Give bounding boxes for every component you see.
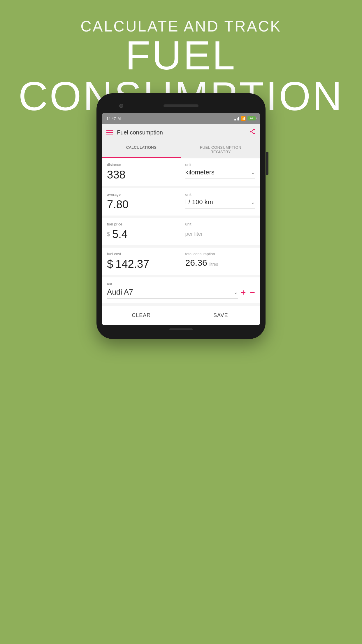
average-value[interactable]: 7.80 bbox=[107, 198, 177, 211]
average-section: average 7.80 unit l / 100 km ⌄ bbox=[102, 188, 260, 216]
fuel-price-field-group: fuel price $ 5.4 bbox=[107, 222, 177, 241]
average-unit-select[interactable]: l / 100 km ⌄ bbox=[185, 198, 255, 209]
speaker bbox=[164, 104, 198, 107]
total-consumption-value: 26.36 litres bbox=[185, 258, 255, 268]
car-select[interactable]: Audi A7 ⌄ bbox=[107, 288, 238, 299]
phone-top bbox=[102, 99, 260, 113]
bottom-buttons: CLEAR SAVE bbox=[102, 306, 260, 325]
distance-value[interactable]: 338 bbox=[107, 169, 177, 181]
tab-registry[interactable]: FUEL CONSUMPTION REGISTRY bbox=[181, 141, 260, 158]
tab-calculations[interactable]: CALCULATIONS bbox=[102, 141, 181, 158]
remove-car-button[interactable]: − bbox=[250, 288, 255, 297]
total-consumption-group: total consumption 26.36 litres bbox=[185, 252, 255, 270]
fuel-price-unit-group: unit per liter bbox=[185, 222, 255, 241]
chevron-down-icon: ⌄ bbox=[251, 169, 255, 176]
phone-screen: 14:47 M ··· 📶 96 bbox=[102, 113, 260, 325]
average-unit-label: unit bbox=[185, 192, 255, 197]
camera bbox=[119, 104, 123, 108]
clear-button[interactable]: CLEAR bbox=[102, 306, 181, 325]
fuel-price-unit-value: per liter bbox=[185, 231, 203, 237]
screen-content: distance 338 unit kilometers ⌄ bbox=[102, 158, 260, 325]
distance-label: distance bbox=[107, 162, 177, 167]
status-mail-icon: M bbox=[118, 116, 121, 121]
total-consumption-label: total consumption bbox=[185, 252, 255, 256]
home-bar bbox=[169, 328, 193, 330]
average-unit-group: unit l / 100 km ⌄ bbox=[185, 192, 255, 211]
fuel-price-value[interactable]: $ 5.4 bbox=[107, 228, 177, 241]
car-section: car Audi A7 ⌄ + − bbox=[102, 277, 260, 303]
fuel-price-section: fuel price $ 5.4 unit per liter bbox=[102, 218, 260, 245]
distance-unit-group: unit kilometers ⌄ bbox=[185, 162, 255, 181]
results-section: fuel cost $ 142.37 total consumption 26.… bbox=[102, 248, 260, 275]
save-button[interactable]: SAVE bbox=[181, 306, 261, 325]
app-title: Fuel consumption bbox=[117, 129, 163, 136]
phone-bottom bbox=[102, 325, 260, 334]
wifi-icon: 📶 bbox=[241, 116, 246, 121]
hamburger-menu-icon[interactable] bbox=[106, 130, 113, 134]
tabs: CALCULATIONS FUEL CONSUMPTION REGISTRY bbox=[102, 141, 260, 158]
status-dots: ··· bbox=[122, 116, 126, 121]
chevron-down-icon-3: ⌄ bbox=[233, 289, 238, 295]
chevron-down-icon-2: ⌄ bbox=[251, 199, 255, 205]
distance-unit-label: unit bbox=[185, 162, 255, 167]
fuel-price-label: fuel price bbox=[107, 222, 177, 226]
distance-unit-select[interactable]: kilometers ⌄ bbox=[185, 169, 255, 179]
fuel-cost-label: fuel cost bbox=[107, 252, 177, 256]
fuel-price-unit-label: unit bbox=[185, 222, 255, 226]
share-icon[interactable] bbox=[249, 128, 256, 136]
car-label: car bbox=[107, 281, 255, 286]
add-car-button[interactable]: + bbox=[241, 288, 246, 297]
distance-field-group: distance 338 bbox=[107, 162, 177, 181]
promo-subtitle: CALCULATE AND TRACK bbox=[0, 18, 362, 35]
fuel-cost-group: fuel cost $ 142.37 bbox=[107, 252, 177, 270]
app-bar: Fuel consumption bbox=[102, 124, 260, 141]
status-time: 14:47 bbox=[106, 116, 116, 121]
average-label: average bbox=[107, 192, 177, 197]
signal-icon bbox=[234, 116, 239, 120]
distance-section: distance 338 unit kilometers ⌄ bbox=[102, 158, 260, 186]
average-field-group: average 7.80 bbox=[107, 192, 177, 211]
status-bar: 14:47 M ··· 📶 96 bbox=[102, 113, 260, 124]
battery-icon: 96 bbox=[247, 116, 256, 120]
fuel-cost-value: $ 142.37 bbox=[107, 258, 177, 270]
phone-frame: 14:47 M ··· 📶 96 bbox=[96, 93, 266, 339]
